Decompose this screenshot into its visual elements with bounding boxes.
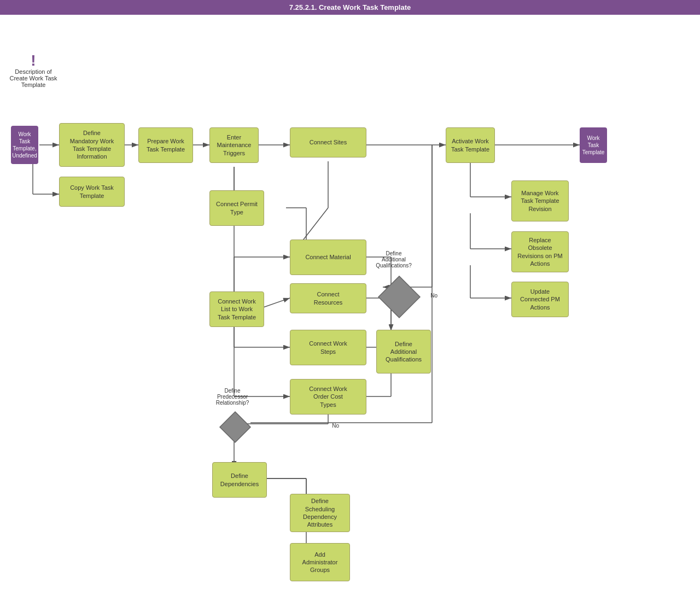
terminal-start: WorkTaskTemplate,Undefined <box>11 126 38 164</box>
task-update-connected-label: UpdateConnected PMActions <box>520 288 560 311</box>
task-add-admin-groups-label: AddAdministratorGroups <box>302 551 338 574</box>
decision-diamond-svg <box>377 275 421 319</box>
svg-marker-55 <box>378 276 420 318</box>
decision-predecessor: DefinePredecessorRelationship? No <box>219 411 252 446</box>
task-connect-sites[interactable]: Connect Sites <box>290 127 366 157</box>
task-define-additional-qual[interactable]: DefineAdditionalQualifications <box>376 330 431 373</box>
task-connect-work-steps-label: Connect WorkSteps <box>309 340 347 355</box>
task-connect-work-order-cost[interactable]: Connect WorkOrder CostTypes <box>290 379 366 415</box>
description-line3: Template <box>21 81 46 88</box>
diagram-container: ! Description of Create Work Task Templa… <box>0 30 700 607</box>
task-connect-material[interactable]: Connect Material <box>290 240 366 275</box>
task-prepare[interactable]: Prepare WorkTask Template <box>138 127 193 163</box>
decision-additional-qual: DefineAdditionalQualifications? No <box>377 275 421 321</box>
description-area: ! Description of Create Work Task Templa… <box>9 53 58 88</box>
decision-predecessor-svg <box>219 411 252 443</box>
task-enter-maintenance[interactable]: EnterMaintenanceTriggers <box>209 127 259 163</box>
task-connect-material-label: Connect Material <box>305 253 351 261</box>
terminal-end: WorkTaskTemplate <box>580 127 607 163</box>
task-replace-obsolete[interactable]: ReplaceObsoleteRevisions on PMActions <box>511 231 569 272</box>
task-connect-resources-label: ConnectResources <box>314 290 343 306</box>
task-connect-work-list-label: Connect WorkList to WorkTask Template <box>218 297 256 321</box>
task-define-mandatory[interactable]: DefineMandatory WorkTask TemplateInforma… <box>59 123 125 167</box>
task-connect-permit-label: Connect PermitType <box>216 200 258 216</box>
no-label-predecessor: No <box>332 423 339 429</box>
description-line1: Description of <box>15 68 51 75</box>
task-activate[interactable]: Activate WorkTask Template <box>446 127 495 163</box>
task-prepare-label: Prepare WorkTask Template <box>147 137 185 153</box>
task-connect-sites-label: Connect Sites <box>310 138 347 146</box>
task-copy-label: Copy Work TaskTemplate <box>70 184 114 200</box>
task-define-dependencies[interactable]: DefineDependencies <box>212 462 267 498</box>
task-define-additional-qual-label: DefineAdditionalQualifications <box>386 340 422 364</box>
task-enter-maintenance-label: EnterMaintenanceTriggers <box>217 133 252 157</box>
decision-additional-qual-label: DefineAdditionalQualifications? <box>361 250 427 269</box>
task-activate-label: Activate WorkTask Template <box>451 137 489 153</box>
title-text: 7.25.2.1. Create Work Task Template <box>289 3 411 11</box>
task-define-dependencies-label: DefineDependencies <box>220 472 259 488</box>
task-replace-obsolete-label: ReplaceObsoleteRevisions on PMActions <box>517 236 563 267</box>
svg-marker-56 <box>220 412 250 442</box>
task-define-mandatory-label: DefineMandatory WorkTask TemplateInforma… <box>70 129 114 160</box>
task-connect-resources[interactable]: ConnectResources <box>290 283 366 313</box>
no-label-additional: No <box>430 293 438 299</box>
exclamation-icon: ! <box>31 53 36 68</box>
terminal-end-label: WorkTaskTemplate <box>582 135 605 156</box>
terminal-start-label: WorkTaskTemplate,Undefined <box>12 131 37 159</box>
task-connect-work-steps[interactable]: Connect WorkSteps <box>290 330 366 365</box>
task-connect-work-list[interactable]: Connect WorkList to WorkTask Template <box>209 291 264 327</box>
decision-predecessor-label: DefinePredecessorRelationship? <box>202 388 262 406</box>
title-bar: 7.25.2.1. Create Work Task Template <box>0 0 700 15</box>
task-manage-revision-label: Manage WorkTask TemplateRevision <box>521 189 559 213</box>
arrows-svg <box>0 30 700 607</box>
task-define-scheduling[interactable]: DefineSchedulingDependencyAttributes <box>290 494 350 532</box>
task-copy-work-task[interactable]: Copy Work TaskTemplate <box>59 177 125 207</box>
task-connect-work-order-cost-label: Connect WorkOrder CostTypes <box>309 385 347 408</box>
task-define-scheduling-label: DefineSchedulingDependencyAttributes <box>303 497 337 528</box>
task-update-connected[interactable]: UpdateConnected PMActions <box>511 282 569 317</box>
task-manage-revision[interactable]: Manage WorkTask TemplateRevision <box>511 180 569 221</box>
task-add-admin-groups[interactable]: AddAdministratorGroups <box>290 543 350 581</box>
description-line2: Create Work Task <box>9 75 57 81</box>
task-connect-permit[interactable]: Connect PermitType <box>209 190 264 226</box>
